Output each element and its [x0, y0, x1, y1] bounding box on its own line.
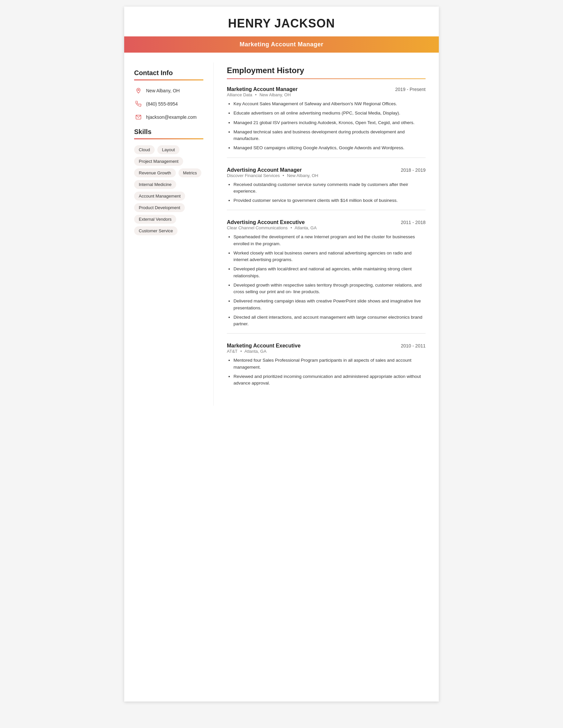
job-dates: 2010 - 2011: [401, 343, 426, 348]
job-bullets: Key Account Sales Management of Safeway …: [227, 101, 426, 152]
job-bullet: Managed 21 global ISV partners including…: [233, 119, 426, 126]
job-bullet: Mentored four Sales Professional Program…: [233, 357, 426, 371]
job-header: Marketing Account Executive2010 - 2011: [227, 343, 426, 349]
location-icon: [134, 86, 143, 95]
job-company: Discover Financial Services • New Albany…: [227, 173, 426, 178]
job-company: Clear Channel Communications • Atlanta, …: [227, 225, 426, 230]
job-divider: [227, 158, 426, 158]
skill-tag: External Vendors: [134, 215, 176, 224]
job-bullet: Key Account Sales Management of Safeway …: [233, 101, 426, 107]
location-value: New Albany, OH: [146, 88, 180, 93]
sidebar: Contact Info New Albany, OH: [124, 63, 213, 406]
job-header: Advertising Account Manager2018 - 2019: [227, 167, 426, 173]
phone-value: (840) 555-8954: [146, 101, 178, 107]
job-bullet: Managed technical sales and business dev…: [233, 129, 426, 142]
job-bullet: Delivered marketing campaign ideas with …: [233, 298, 426, 311]
contact-email: hjackson@example.com: [134, 113, 203, 121]
contact-divider: [134, 79, 203, 80]
skill-tag: Cloud: [134, 145, 155, 154]
skills-divider: [134, 138, 203, 139]
job-bullet: Worked closely with local business owner…: [233, 250, 426, 263]
job-block: Advertising Account Executive2011 - 2018…: [227, 219, 426, 334]
phone-icon: [134, 100, 143, 108]
jobs-container: Marketing Account Manager2019 - PresentA…: [227, 86, 426, 387]
job-block: Marketing Account Manager2019 - PresentA…: [227, 86, 426, 158]
job-bullet: Developed plans with local/direct and na…: [233, 266, 426, 279]
job-title: Marketing Account Manager: [227, 86, 298, 92]
job-bullets: Spearheaded the development of a new Int…: [227, 234, 426, 327]
contact-section-title: Contact Info: [134, 69, 203, 77]
skill-tag: Internal Medicine: [134, 180, 176, 189]
candidate-name: HENRY JACKSON: [137, 17, 426, 30]
job-dates: 2019 - Present: [395, 87, 426, 92]
job-bullet: Educate advertisers on all online advert…: [233, 110, 426, 116]
job-company: Alliance Data • New Albany, OH: [227, 92, 426, 97]
employment-divider: [227, 78, 426, 79]
job-block: Marketing Account Executive2010 - 2011AT…: [227, 343, 426, 387]
job-title: Advertising Account Manager: [227, 167, 302, 173]
skill-tag: Layout: [157, 145, 179, 154]
skill-tag: Revenue Growth: [134, 168, 176, 177]
job-dates: 2018 - 2019: [401, 167, 426, 173]
job-bullet: Managed SEO campaigns utilizing Google A…: [233, 145, 426, 151]
job-bullet: Directed all client interactions, and ac…: [233, 314, 426, 328]
skill-tag: Metrics: [178, 168, 202, 177]
job-company: AT&T • Atlanta, GA: [227, 349, 426, 354]
job-divider: [227, 210, 426, 210]
header: HENRY JACKSON: [124, 7, 439, 30]
contact-phone: (840) 555-8954: [134, 100, 203, 108]
skill-tag: Account Management: [134, 192, 185, 201]
job-bullet: Provided customer service to government …: [233, 197, 426, 204]
job-header: Advertising Account Executive2011 - 2018: [227, 219, 426, 225]
job-bullet: Spearheaded the development of a new Int…: [233, 234, 426, 247]
skills-section-title: Skills: [134, 128, 203, 136]
job-divider: [227, 333, 426, 334]
email-icon: [134, 113, 143, 121]
skill-tag: Product Development: [134, 203, 185, 212]
candidate-title: Marketing Account Manager: [240, 41, 324, 48]
job-bullet: Developed growth within respective sales…: [233, 282, 426, 296]
main-content: Employment History Marketing Account Man…: [213, 63, 439, 406]
resume-container: HENRY JACKSON Marketing Account Manager …: [124, 7, 439, 702]
job-header: Marketing Account Manager2019 - Present: [227, 86, 426, 92]
job-block: Advertising Account Manager2018 - 2019Di…: [227, 167, 426, 210]
svg-point-0: [138, 89, 139, 91]
contact-location: New Albany, OH: [134, 86, 203, 95]
skill-tag: Project Management: [134, 157, 183, 166]
job-title: Marketing Account Executive: [227, 343, 301, 349]
job-bullets: Received outstanding customer service su…: [227, 181, 426, 204]
job-dates: 2011 - 2018: [401, 220, 426, 225]
skills-list: CloudLayoutProject ManagementRevenue Gro…: [134, 145, 203, 235]
job-bullets: Mentored four Sales Professional Program…: [227, 357, 426, 387]
job-title: Advertising Account Executive: [227, 219, 305, 225]
job-bullet: Reviewed and prioritized incoming commun…: [233, 373, 426, 387]
title-banner: Marketing Account Manager: [124, 36, 439, 53]
employment-section-title: Employment History: [227, 66, 426, 75]
job-bullet: Received outstanding customer service su…: [233, 181, 426, 195]
body: Contact Info New Albany, OH: [124, 53, 439, 416]
email-value: hjackson@example.com: [146, 114, 197, 120]
skill-tag: Customer Service: [134, 226, 177, 235]
